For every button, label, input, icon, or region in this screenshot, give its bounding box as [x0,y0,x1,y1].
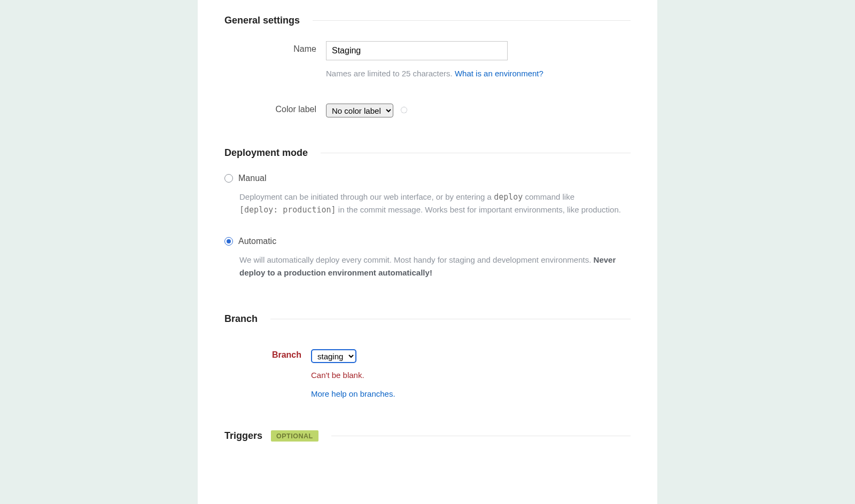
name-hint-text: Names are limited to 25 characters. [326,69,453,78]
section-header-general: General settings [224,0,631,26]
rule [321,153,631,153]
branch-error: Can't be blank. [311,371,631,380]
heading-general: General settings [224,15,300,26]
section-header-branch: Branch [224,313,631,325]
radio-automatic-desc: We will automatically deploy every commi… [239,254,629,279]
color-label-select[interactable]: No color label [326,104,393,117]
name-hint: Names are limited to 25 characters. What… [326,68,631,79]
section-header-triggers: Triggers OPTIONAL [224,430,631,442]
what-is-environment-link[interactable]: What is an environment? [455,69,543,78]
radio-automatic-label: Automatic [238,237,276,246]
deploy-mode-manual-row[interactable]: Manual [224,174,631,183]
more-help-branches-link[interactable]: More help on branches. [311,389,395,398]
branch-select[interactable]: staging [311,349,356,363]
section-header-deploy: Deployment mode [224,147,631,159]
settings-panel: General settings Name Names are limited … [198,0,657,504]
row-branch: Branch staging Can't be blank. More help… [224,349,631,398]
deploy-mode-automatic-block: Automatic We will automatically deploy e… [224,237,631,279]
heading-branch: Branch [224,313,258,325]
code-deploy-production: [deploy: production] [239,205,336,215]
rule [270,319,631,319]
heading-deploy: Deployment mode [224,147,308,159]
row-color-label: Color label No color label [224,104,631,117]
name-label: Name [224,41,326,54]
rule [331,436,631,436]
radio-automatic[interactable] [224,237,233,246]
row-name: Name Names are limited to 25 characters.… [224,41,631,79]
branch-label: Branch [224,349,311,360]
deploy-mode-automatic-row[interactable]: Automatic [224,237,631,246]
radio-manual[interactable] [224,174,233,183]
color-swatch-none-icon [401,107,407,113]
radio-manual-desc: Deployment can be initiated through our … [239,191,629,216]
code-deploy: deploy [494,192,523,202]
heading-triggers: Triggers [224,430,262,442]
triggers-optional-badge: OPTIONAL [271,430,318,442]
color-label: Color label [224,104,326,114]
deploy-mode-manual-block: Manual Deployment can be initiated throu… [224,174,631,216]
radio-manual-label: Manual [238,174,266,183]
rule [313,20,631,21]
name-input[interactable] [326,41,508,60]
